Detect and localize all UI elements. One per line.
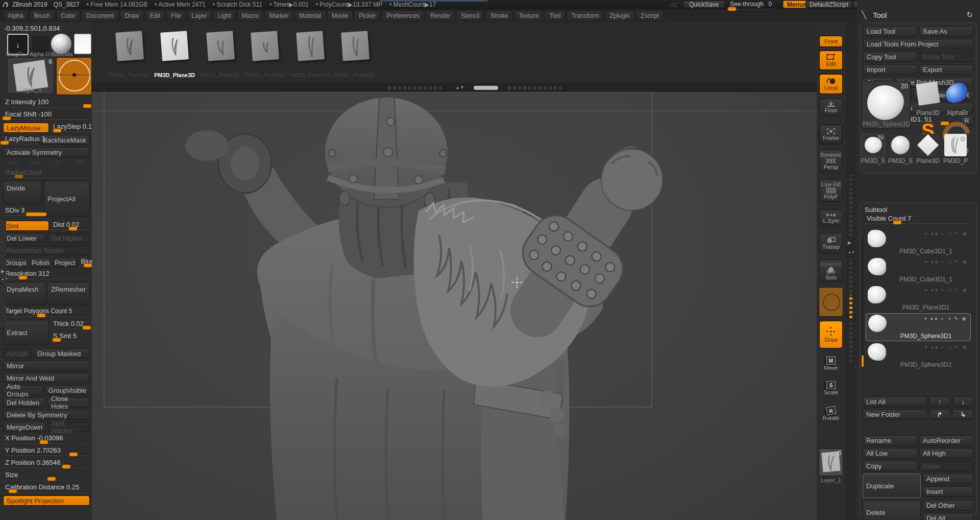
slider-handle[interactable] xyxy=(69,452,78,457)
menu-marker[interactable]: Marker xyxy=(265,10,293,21)
auto-groups-button[interactable]: Auto Groups xyxy=(3,385,43,395)
groups-button[interactable]: Groups xyxy=(3,257,28,268)
slider-handle[interactable] xyxy=(62,464,71,469)
slider-handle[interactable] xyxy=(0,140,9,145)
dist-slider[interactable]: Dist 0.02 xyxy=(51,221,90,231)
export-button[interactable]: Export xyxy=(919,64,973,75)
slider-handle[interactable] xyxy=(47,477,56,481)
persp-button[interactable]: Dynamic Persp xyxy=(819,150,843,172)
paint-tile[interactable] xyxy=(819,287,843,317)
subtool-row[interactable]: ▾ ●● ◐ ◑ ✎ ◉ PM3D_Plane3D1 xyxy=(866,285,971,312)
subtool-row[interactable]: ▾ ●● ◐ ◑ ✎ ◉ PM3D_Cube3D1_1 xyxy=(866,229,971,256)
slider-handle[interactable] xyxy=(82,325,91,330)
move-into-folder-icon[interactable]: ↳ xyxy=(952,409,974,420)
brush-thumbnail[interactable]: 6 Layer_1 xyxy=(7,57,54,94)
list-all-button[interactable]: List All xyxy=(863,396,927,407)
menu-light[interactable]: Light xyxy=(213,10,236,21)
subtool-row-selected[interactable]: ▾ ●● ◐ ◑ ✎ ◉ PM3D_Sphere3D1 xyxy=(866,313,971,341)
x-position-slider[interactable]: X Position -0.03096 xyxy=(3,434,90,444)
lazyradius-slider[interactable]: LazyRadius 1 xyxy=(3,135,37,145)
layer-thumbnail[interactable]: 6 xyxy=(819,448,843,476)
del-higher-button[interactable]: Del Higher xyxy=(47,233,90,243)
tool-thumb-plane3d[interactable] xyxy=(914,81,942,109)
slider-handle[interactable] xyxy=(18,275,28,280)
rotate-button[interactable]: R Rotate xyxy=(819,405,843,423)
polish-button[interactable]: Polish xyxy=(30,257,51,268)
sym-y-button[interactable]: >Y< xyxy=(26,159,46,167)
lazymouse-button[interactable]: LazyMouse xyxy=(3,123,49,133)
tool-palette-header[interactable]: ╲ Tool ↻ xyxy=(862,10,975,20)
divider-arrows-icon[interactable]: ▲▼ xyxy=(848,250,855,254)
quicksave-button[interactable]: QuickSave xyxy=(683,1,725,8)
project-button[interactable]: Project xyxy=(53,257,77,268)
radialcount-slider[interactable]: RadialCount xyxy=(3,169,90,179)
slider-handle[interactable] xyxy=(52,338,61,342)
move-up-icon[interactable]: ↑ xyxy=(929,396,950,407)
tool-thumb-sphere-2[interactable] xyxy=(889,134,912,156)
projectall-button[interactable]: ProjectAll xyxy=(44,181,90,217)
polyf-button[interactable]: Line Fill PolyF xyxy=(819,179,843,202)
shelf-scrollbar[interactable]: ▲▼ xyxy=(92,83,817,93)
draw-button[interactable]: Draw xyxy=(819,321,843,348)
del-all-button[interactable]: Del All xyxy=(923,513,974,520)
slider-handle[interactable] xyxy=(53,128,62,133)
texture-thumbnail[interactable] xyxy=(74,34,91,54)
subtool-row-icons[interactable]: ▾ ●● ◐ ◑ ✎ ◉ xyxy=(925,344,968,350)
split-hidden-button[interactable]: Split Hidden xyxy=(48,422,90,432)
slider-handle[interactable] xyxy=(83,104,92,108)
slider-handle[interactable] xyxy=(37,313,46,318)
menu-movie[interactable]: Movie xyxy=(327,10,353,21)
copy-button[interactable]: Copy xyxy=(863,461,917,471)
close-holes-button[interactable]: Close Holes xyxy=(47,397,90,408)
delete-button[interactable]: Delete xyxy=(863,500,921,520)
menu-zplugin[interactable]: Zplugin xyxy=(605,10,634,21)
tool-thumb-fur-plane[interactable] xyxy=(944,134,967,156)
save-as-button[interactable]: Save As xyxy=(919,26,973,37)
subtool-scrollbar[interactable] xyxy=(862,236,864,367)
lazystep-slider[interactable]: LazyStep 0.1 xyxy=(51,123,90,133)
sym-r-button[interactable]: (R) xyxy=(70,159,90,167)
floor-button[interactable]: Floor xyxy=(819,99,843,116)
subtool-row-icons[interactable]: ▾ ●● ◐ ◑ ✎ ◉ xyxy=(925,287,968,293)
slider-handle[interactable] xyxy=(83,263,92,268)
mergedown-button[interactable]: MergeDown xyxy=(3,422,46,432)
menu-zscript[interactable]: Zscript xyxy=(636,10,664,21)
tool-thumb-plane-flat[interactable] xyxy=(917,134,939,156)
active-tool-thumbnail[interactable]: 20 PM3D_Sphere3D xyxy=(862,81,911,129)
z-intensity-slider[interactable]: Z Intensity 100 xyxy=(3,98,90,108)
y-position-slider[interactable]: Y Position 2.70263 xyxy=(3,446,90,457)
focal-shift-slider[interactable]: Focal Shift -100 xyxy=(3,110,90,121)
delete-by-symmetry-button[interactable]: Delete By Symmetry xyxy=(3,410,90,420)
see-through-slider[interactable]: See-through 0 xyxy=(730,1,776,8)
size-slider[interactable]: Size xyxy=(3,471,90,481)
subtool-row-icons[interactable]: ▾ ●● ◐ ◑ ✎ ◉ xyxy=(925,259,968,265)
duplicate-button[interactable]: Duplicate xyxy=(863,474,921,498)
subtool-row[interactable]: ▾ ●● ◐ ◑ ✎ ◉ PM3D_Cube3D1_1 xyxy=(866,257,971,284)
subtool-row-icons[interactable]: ▾ ●● ◐ ◑ ✎ ◉ xyxy=(925,231,968,237)
spotlight-projection-button[interactable]: Spotlight Projection xyxy=(3,495,90,506)
group-masked-button[interactable]: Group Masked xyxy=(34,348,90,359)
target-polygons-slider[interactable]: Target Polygons Count 5 xyxy=(3,308,90,318)
groupvisible-button[interactable]: GroupVisible xyxy=(45,385,90,395)
subtool-scroll-thumb[interactable] xyxy=(862,356,864,367)
del-hidden-button[interactable]: Del Hidden xyxy=(3,397,45,408)
menu-picker[interactable]: Picker xyxy=(354,10,380,21)
menu-brush[interactable]: Brush xyxy=(30,10,55,21)
tool-thumb-sphere-1[interactable]: 20 xyxy=(862,134,885,157)
z-position-slider[interactable]: Z Position 0.36546 xyxy=(3,459,90,469)
autoreorder-button[interactable]: AutoReorder xyxy=(919,435,974,446)
left-tray-resize-handle[interactable]: ▶ ▲▼ xyxy=(0,220,6,327)
visible-count-slider[interactable]: Visible Count 7 xyxy=(865,215,971,225)
menu-edit[interactable]: Edit xyxy=(145,10,165,21)
subtool-row-icons[interactable]: ▾ ●● ◐ ◑ ✎ ◉ xyxy=(924,316,967,321)
slider-handle[interactable] xyxy=(26,212,47,217)
slider-handle[interactable] xyxy=(8,489,17,493)
load-tools-from-project-button[interactable]: Load Tools From Project xyxy=(863,39,973,50)
calibration-distance-slider[interactable]: Calibration Distance 0.25 xyxy=(3,483,90,493)
menu-color[interactable]: Color xyxy=(56,10,80,21)
backfacemask-button[interactable]: BackfaceMask xyxy=(39,135,90,145)
rename-button[interactable]: Rename xyxy=(863,435,917,446)
local-button[interactable]: Local xyxy=(819,74,843,94)
see-through-handle[interactable] xyxy=(727,7,737,11)
menu-stencil[interactable]: Stencil xyxy=(456,10,484,21)
